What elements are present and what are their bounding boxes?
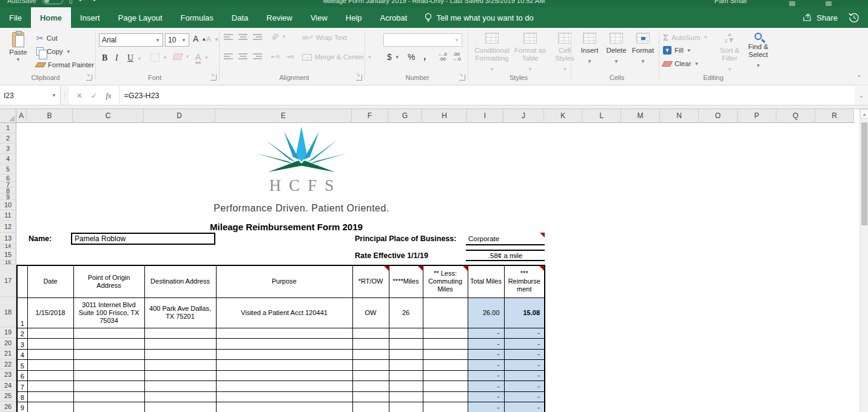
row-number-cell[interactable]: 6 — [17, 370, 27, 381]
confirm-entry-icon[interactable]: ✓ — [91, 91, 97, 100]
reimbursement-cell[interactable]: - — [504, 339, 545, 350]
row-number-cell[interactable]: 1 — [17, 297, 27, 328]
find-select-button[interactable]: Find & Select▼ — [744, 33, 773, 70]
origin-cell[interactable] — [73, 360, 144, 371]
total-miles-cell[interactable]: - — [468, 391, 504, 402]
column-header[interactable]: F — [352, 109, 388, 123]
rate-field[interactable]: .58¢ a mile — [466, 250, 545, 261]
row-number-cell[interactable]: 2 — [17, 328, 27, 339]
percent-style-button[interactable]: % — [408, 52, 415, 62]
commuting-cell[interactable] — [423, 328, 468, 339]
header-commuting[interactable]: ** Less: Commuting Miles — [423, 265, 468, 297]
miles-cell[interactable] — [389, 381, 423, 392]
align-bottom-button[interactable] — [253, 34, 262, 40]
row-header[interactable]: 10 — [0, 200, 16, 210]
purpose-cell[interactable]: Visited a Patient Acct 120441 — [216, 297, 352, 328]
header-reimbursement[interactable]: *** Reimbursement — [504, 265, 545, 297]
column-header[interactable]: D — [144, 109, 215, 123]
miles-cell[interactable] — [389, 370, 423, 381]
principal-place-field[interactable]: Corporate — [466, 233, 545, 245]
rtow-cell[interactable] — [352, 360, 389, 371]
row-header[interactable]: 23 — [0, 370, 16, 380]
destination-cell[interactable] — [144, 349, 216, 360]
purpose-cell[interactable] — [216, 349, 352, 360]
purpose-cell[interactable] — [216, 339, 352, 350]
copy-button[interactable]: Copy▼ — [36, 47, 71, 56]
insert-function-icon[interactable]: fx — [106, 91, 111, 101]
commuting-cell[interactable] — [423, 360, 468, 371]
column-header[interactable]: N — [660, 109, 699, 123]
miles-cell[interactable] — [389, 349, 423, 360]
cut-button[interactable]: ✂Cut — [36, 33, 58, 43]
origin-cell[interactable]: 3011 Internet Blvd Suite 100 Frisco, TX … — [73, 297, 144, 328]
header-total-miles[interactable]: Total Miles — [468, 265, 504, 297]
scrollbar-thumb[interactable] — [861, 122, 867, 225]
date-cell[interactable]: 1/15/2018 — [27, 297, 73, 328]
paste-button[interactable]: Paste ▼ — [5, 32, 32, 76]
bold-button[interactable]: B — [102, 53, 107, 63]
row-header[interactable]: 24 — [0, 380, 16, 391]
insert-cells-button[interactable]: Insert▼ — [577, 33, 602, 65]
cancel-entry-icon[interactable]: ✕ — [76, 91, 82, 100]
clipboard-dialog-launcher[interactable] — [86, 75, 92, 81]
row-header[interactable]: 12 — [0, 221, 16, 233]
destination-cell[interactable] — [144, 381, 216, 392]
sort-filter-button[interactable]: AZ▼ Sort & Filter▼ — [716, 33, 744, 73]
autosum-button[interactable]: ΣAutoSum▼ — [663, 32, 708, 42]
commuting-cell[interactable] — [423, 339, 468, 350]
miles-cell[interactable]: 26 — [389, 297, 423, 328]
font-size-combobox[interactable]: 10▼ — [165, 33, 189, 47]
column-header[interactable]: C — [73, 109, 144, 123]
total-miles-cell[interactable]: - — [468, 370, 504, 381]
format-painter-button[interactable]: Format Painter — [36, 61, 94, 68]
row-header[interactable]: 25 — [0, 391, 16, 402]
decrease-decimal-button[interactable]: .00→.0 — [452, 52, 461, 62]
reimbursement-cell[interactable]: - — [504, 391, 545, 402]
destination-cell[interactable] — [144, 360, 216, 371]
row-header[interactable]: 3 — [0, 144, 16, 154]
date-cell[interactable] — [27, 349, 73, 360]
row-header[interactable]: 8 — [0, 188, 16, 194]
destination-cell[interactable] — [144, 370, 216, 381]
reimbursement-cell[interactable]: 15.08 — [504, 297, 545, 328]
commuting-cell[interactable] — [423, 370, 468, 381]
header-rownum[interactable] — [17, 265, 27, 297]
row-header[interactable]: 18 — [0, 297, 16, 327]
wrap-text-button[interactable]: ab⏎Wrap Text — [302, 34, 347, 41]
commuting-cell[interactable] — [423, 391, 468, 402]
merge-center-button[interactable]: ↔Merge & Center▼ — [302, 53, 372, 61]
row-header[interactable]: 16 — [0, 261, 16, 265]
font-color-button[interactable]: A▼ — [195, 52, 209, 64]
column-header[interactable]: E — [215, 109, 352, 123]
accounting-format-button[interactable]: $▼ — [387, 52, 400, 62]
scroll-up-icon[interactable]: ▲ — [860, 109, 868, 119]
ribbon-tab[interactable]: Home — [31, 7, 71, 28]
miles-cell[interactable] — [389, 391, 423, 402]
align-center-button[interactable] — [238, 53, 247, 59]
column-header[interactable]: J — [503, 109, 544, 123]
header-origin[interactable]: Point of Origin Address — [73, 265, 144, 297]
history-icon[interactable] — [849, 12, 860, 23]
rtow-cell[interactable] — [352, 339, 389, 350]
column-header[interactable]: I — [467, 109, 503, 123]
origin-cell[interactable] — [73, 402, 144, 412]
number-dialog-launcher[interactable] — [459, 75, 465, 81]
orientation-button[interactable]: ab▼ — [271, 33, 286, 40]
header-rtow[interactable]: *RT/OW — [352, 265, 389, 297]
header-miles[interactable]: ****Miles — [389, 265, 423, 297]
rtow-cell[interactable] — [352, 349, 389, 360]
column-header[interactable]: P — [738, 109, 776, 123]
ribbon-tab[interactable]: Insert — [71, 7, 109, 28]
name-field[interactable]: Pamela Roblow — [71, 233, 215, 245]
commuting-cell[interactable] — [423, 402, 468, 412]
date-cell[interactable] — [27, 391, 73, 402]
purpose-cell[interactable] — [216, 370, 352, 381]
row-header[interactable]: 2 — [0, 133, 16, 144]
expand-formula-bar-icon[interactable]: ⌄ — [855, 86, 868, 105]
rtow-cell[interactable] — [352, 370, 389, 381]
share-button[interactable]: Share — [802, 13, 838, 22]
column-header[interactable]: H — [422, 109, 467, 123]
ribbon-tab[interactable]: File — [0, 7, 31, 28]
ribbon-tab[interactable]: Formulas — [172, 7, 223, 28]
window-control[interactable] — [789, 1, 795, 6]
